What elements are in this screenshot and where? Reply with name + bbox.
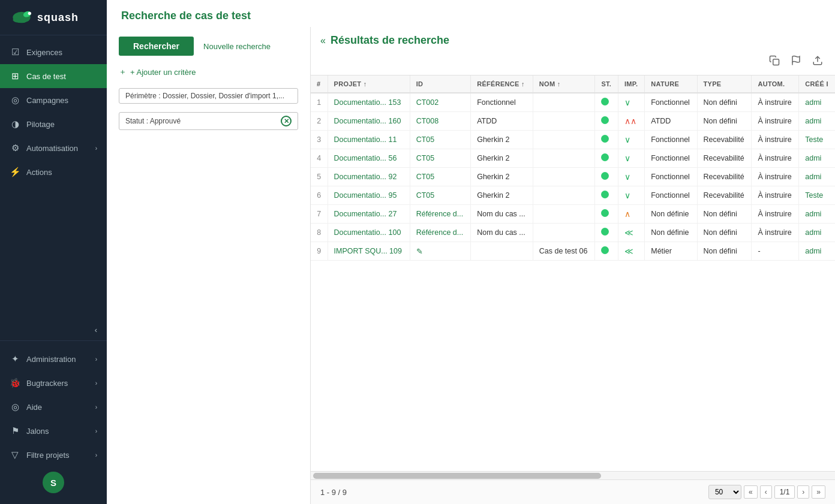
table-row[interactable]: 2 Documentatio... 160 CT008 ATDD ∧∧ ATDD… — [311, 112, 835, 131]
cell-id[interactable]: CT008 — [410, 112, 471, 131]
cell-cree[interactable]: admi — [799, 205, 835, 224]
sidebar-item-exigences[interactable]: ☑ Exigences — [0, 40, 107, 64]
cell-projet[interactable]: Documentatio... 56 — [328, 149, 410, 168]
prev-page-button[interactable]: ‹ — [760, 485, 772, 499]
cell-id[interactable]: CT002 — [410, 93, 471, 112]
cell-reference: Nom du cas ... — [471, 224, 533, 242]
next-page-button[interactable]: › — [797, 485, 809, 499]
search-panel: Rechercher Nouvelle recherche ＋ + Ajoute… — [107, 27, 311, 504]
cell-id[interactable]: ✎ — [410, 242, 471, 261]
cell-id[interactable]: Référence d... — [410, 224, 471, 242]
col-projet[interactable]: PROJET ↑ — [328, 76, 410, 93]
importance-icon: ∨ — [624, 191, 630, 200]
col-reference[interactable]: RÉFÉRENCE ↑ — [471, 76, 533, 93]
col-autom[interactable]: AUTOM. — [752, 76, 799, 93]
table-row[interactable]: 8 Documentatio... 100 Référence d... Nom… — [311, 224, 835, 242]
cell-cree[interactable]: admi — [799, 242, 835, 261]
col-cree[interactable]: CRÉÉ I — [799, 76, 835, 93]
sidebar-item-bugtrackers[interactable]: 🐞 Bugtrackers › — [0, 371, 107, 395]
results-table-wrapper: # PROJET ↑ ID RÉFÉRENCE ↑ NOM ↑ ST. IMP.… — [311, 75, 835, 471]
sidebar-collapse-btn[interactable]: ‹ — [0, 319, 107, 340]
new-search-button[interactable]: Nouvelle recherche — [203, 42, 271, 51]
results-toolbar — [311, 52, 835, 75]
sidebar-item-label: Exigences — [26, 48, 62, 57]
cell-autom: À instruire — [752, 93, 799, 112]
horizontal-scrollbar[interactable] — [311, 471, 835, 479]
cell-projet[interactable]: Documentatio... 160 — [328, 112, 410, 131]
cell-imp: ∨ — [618, 93, 644, 112]
cell-id[interactable]: CT05 — [410, 186, 471, 205]
col-num[interactable]: # — [311, 76, 328, 93]
sidebar-item-actions[interactable]: ⚡ Actions — [0, 160, 107, 184]
table-row[interactable]: 1 Documentatio... 153 CT002 Fonctionnel … — [311, 93, 835, 112]
collapse-results-icon[interactable]: « — [320, 35, 326, 46]
col-type[interactable]: TYPE — [697, 76, 752, 93]
cell-projet[interactable]: IMPORT SQU... 109 — [328, 242, 410, 261]
table-row[interactable]: 9 IMPORT SQU... 109 ✎ Cas de test 06 ≪ M… — [311, 242, 835, 261]
cell-id[interactable]: CT05 — [410, 131, 471, 149]
sidebar-item-aide[interactable]: ◎ Aide › — [0, 395, 107, 419]
remove-statut-button[interactable]: ✕ — [281, 116, 292, 126]
cell-num: 2 — [311, 112, 328, 131]
table-row[interactable]: 4 Documentatio... 56 CT05 Gherkin 2 ∨ Fo… — [311, 149, 835, 168]
flag-icon[interactable] — [788, 54, 804, 70]
results-header: « Résultats de recherche — [311, 27, 835, 52]
cell-projet[interactable]: Documentatio... 11 — [328, 131, 410, 149]
page-size-select[interactable]: 50 25 100 200 — [708, 485, 741, 499]
sidebar-item-administration[interactable]: ✦ Administration › — [0, 347, 107, 371]
cell-cree[interactable]: admi — [799, 149, 835, 168]
cell-nature: Non définie — [645, 224, 697, 242]
copy-icon[interactable] — [767, 54, 782, 70]
sidebar-item-automatisation[interactable]: ⚙ Automatisation › — [0, 136, 107, 160]
cell-cree[interactable]: admi — [799, 93, 835, 112]
search-button[interactable]: Rechercher — [119, 37, 194, 56]
cell-projet[interactable]: Documentatio... 27 — [328, 205, 410, 224]
status-dot — [601, 246, 609, 254]
cell-cree[interactable]: admi — [799, 224, 835, 242]
cell-projet[interactable]: Documentatio... 92 — [328, 168, 410, 186]
table-row[interactable]: 7 Documentatio... 27 Référence d... Nom … — [311, 205, 835, 224]
status-dot — [601, 153, 609, 161]
results-section: Rechercher Nouvelle recherche ＋ + Ajoute… — [107, 27, 835, 504]
search-actions-row: Rechercher Nouvelle recherche — [119, 37, 298, 56]
sidebar-item-pilotage[interactable]: ◑ Pilotage — [0, 112, 107, 136]
table-row[interactable]: 6 Documentatio... 95 CT05 Gherkin 2 ∨ Fo… — [311, 186, 835, 205]
col-nature[interactable]: NATURE — [645, 76, 697, 93]
cell-num: 7 — [311, 205, 328, 224]
sidebar-item-filtre-projets[interactable]: ▽ Filtre projets › — [0, 443, 107, 467]
cell-projet[interactable]: Documentatio... 100 — [328, 224, 410, 242]
page-title: Recherche de cas de test — [121, 10, 251, 22]
sidebar-item-label: Aide — [26, 403, 42, 412]
first-page-button[interactable]: « — [744, 485, 758, 499]
add-criteria-button[interactable]: ＋ + Ajouter un critère — [119, 64, 298, 80]
cell-num: 1 — [311, 93, 328, 112]
col-st[interactable]: ST. — [595, 76, 618, 93]
user-avatar[interactable]: S — [43, 472, 64, 493]
cell-projet[interactable]: Documentatio... 95 — [328, 186, 410, 205]
table-row[interactable]: 3 Documentatio... 11 CT05 Gherkin 2 ∨ Fo… — [311, 131, 835, 149]
pilotage-icon: ◑ — [10, 119, 20, 129]
cell-autom: - — [752, 242, 799, 261]
cell-projet[interactable]: Documentatio... 153 — [328, 93, 410, 112]
sidebar-item-jalons[interactable]: ⚑ Jalons › — [0, 419, 107, 443]
logo-text: squash — [37, 11, 79, 24]
cell-cree[interactable]: Teste — [799, 131, 835, 149]
table-row[interactable]: 5 Documentatio... 92 CT05 Gherkin 2 ∨ Fo… — [311, 168, 835, 186]
cell-cree[interactable]: admi — [799, 168, 835, 186]
last-page-button[interactable]: » — [812, 485, 825, 499]
col-id[interactable]: ID — [410, 76, 471, 93]
cell-id[interactable]: Référence d... — [410, 205, 471, 224]
cell-status — [595, 186, 618, 205]
sidebar: squash ☑ Exigences ⊞ Cas de test ◎ Campa… — [0, 0, 107, 504]
cell-cree[interactable]: Teste — [799, 186, 835, 205]
sidebar-item-campagnes[interactable]: ◎ Campagnes — [0, 88, 107, 112]
export-icon[interactable] — [810, 54, 825, 70]
cell-id[interactable]: CT05 — [410, 168, 471, 186]
col-imp[interactable]: IMP. — [618, 76, 644, 93]
perimetre-criteria: Périmètre : Dossier, Dossier, Dossier d'… — [119, 88, 298, 104]
cell-id[interactable]: CT05 — [410, 149, 471, 168]
status-dot — [601, 228, 609, 236]
col-nom[interactable]: NOM ↑ — [533, 76, 595, 93]
cell-cree[interactable]: admi — [799, 112, 835, 131]
sidebar-item-cas-de-test[interactable]: ⊞ Cas de test — [0, 64, 107, 88]
